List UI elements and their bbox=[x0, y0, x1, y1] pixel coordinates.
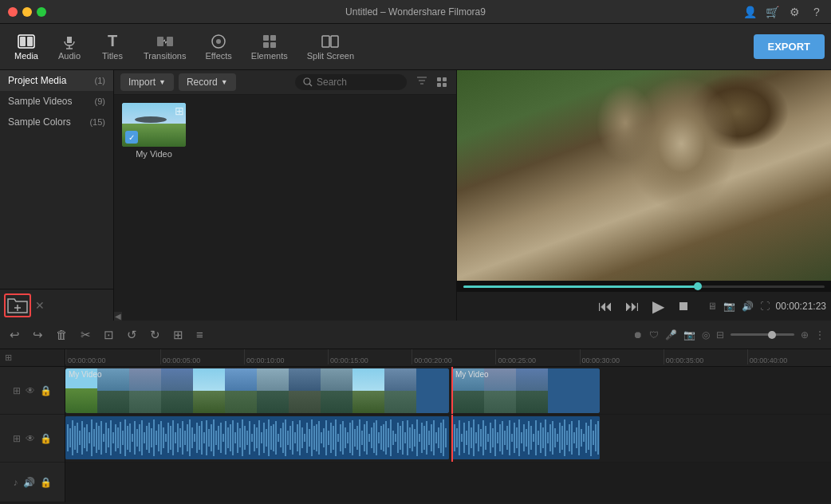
volume-icon[interactable]: 🔊 bbox=[742, 301, 754, 312]
snapshot-icon[interactable]: 📷 bbox=[723, 301, 735, 312]
svg-rect-23 bbox=[74, 426, 76, 450]
svg-rect-207 bbox=[518, 419, 520, 456]
filter-icon[interactable] bbox=[416, 75, 427, 89]
view-grid-icon[interactable] bbox=[437, 77, 450, 87]
audio-track-expand-icon[interactable]: ⊞ bbox=[13, 433, 21, 444]
media-item-myvideo[interactable]: ✓ ⊞ My Video bbox=[122, 103, 186, 159]
camera-icon[interactable]: 📷 bbox=[683, 329, 695, 341]
svg-rect-216 bbox=[540, 423, 542, 453]
svg-rect-113 bbox=[289, 426, 291, 450]
maximize-button[interactable] bbox=[37, 7, 46, 17]
video-track-expand-icon[interactable]: ⊞ bbox=[13, 385, 21, 396]
loop-button[interactable]: ↺ bbox=[124, 326, 140, 344]
toolbar-item-audio[interactable]: Audio bbox=[49, 30, 89, 64]
audio-waveform-2[interactable] bbox=[452, 416, 600, 459]
toolbar-item-transitions[interactable]: Transitions bbox=[136, 30, 194, 64]
crop-button[interactable]: ⊡ bbox=[100, 326, 117, 344]
svg-rect-135 bbox=[342, 421, 344, 455]
cart-icon[interactable]: 🛒 bbox=[766, 6, 778, 18]
step-back-button[interactable]: ⏭ bbox=[625, 298, 640, 315]
music-track-vol-icon[interactable]: 🔊 bbox=[23, 477, 35, 488]
progress-track[interactable] bbox=[463, 285, 825, 288]
collapse-handle[interactable]: ◀ bbox=[114, 312, 122, 321]
pip-icon[interactable]: ⊟ bbox=[716, 329, 724, 341]
stop-button[interactable]: ⏹ bbox=[677, 299, 690, 313]
svg-rect-110 bbox=[282, 423, 284, 453]
cut-button[interactable]: ✂ bbox=[77, 326, 94, 344]
import-button[interactable]: Import ▼ bbox=[120, 73, 174, 91]
close-button[interactable] bbox=[8, 7, 18, 17]
svg-rect-43 bbox=[122, 431, 124, 445]
video-track-lock-icon[interactable]: 🔒 bbox=[40, 385, 52, 396]
minimize-button[interactable] bbox=[22, 7, 32, 17]
sidebar-item-project-media[interactable]: Project Media (1) bbox=[0, 70, 113, 91]
insert-button[interactable]: ⊞ bbox=[170, 326, 187, 344]
shield-icon[interactable]: 🛡 bbox=[649, 329, 659, 341]
svg-rect-173 bbox=[433, 420, 435, 455]
svg-rect-42 bbox=[120, 422, 121, 454]
sidebar-item-sample-videos[interactable]: Sample Videos (9) bbox=[0, 91, 113, 112]
video-track-eye-icon[interactable]: 👁 bbox=[26, 385, 35, 396]
elements-label: Elements bbox=[251, 51, 288, 61]
svg-rect-125 bbox=[318, 421, 320, 455]
add-track-icon[interactable]: ⊞ bbox=[5, 352, 12, 363]
svg-rect-206 bbox=[516, 427, 518, 448]
add-to-timeline-icon[interactable] bbox=[6, 296, 29, 315]
media-grid: ✓ ⊞ My Video bbox=[114, 95, 456, 312]
toolbar-right: ⏺ 🛡 🎤 📷 ◎ ⊟ ⊕ ⋮ bbox=[633, 329, 825, 341]
left-panel: Project Media (1) Sample Videos (9) Samp… bbox=[0, 70, 114, 321]
svg-rect-46 bbox=[129, 423, 131, 452]
delete-button[interactable]: 🗑 bbox=[53, 326, 71, 343]
user-icon[interactable]: 👤 bbox=[743, 6, 756, 18]
record-button[interactable]: Record ▼ bbox=[179, 73, 236, 91]
toolbar-item-media[interactable]: Media bbox=[6, 30, 46, 64]
audio-track-lock-icon[interactable]: 🔒 bbox=[40, 433, 52, 444]
playhead[interactable] bbox=[451, 367, 453, 414]
ruler-spacer: ⊞ bbox=[0, 349, 65, 367]
audio-waveform-1[interactable] bbox=[65, 416, 449, 459]
progress-thumb[interactable] bbox=[694, 282, 702, 290]
mic-icon[interactable]: 🎤 bbox=[665, 329, 677, 341]
svg-rect-71 bbox=[189, 419, 191, 456]
sticker-icon[interactable]: ◎ bbox=[702, 329, 710, 341]
timeline-ruler: 00:00:00:00 00:00:05:00 00:00:10:00 00:0… bbox=[65, 349, 831, 367]
toolbar-item-effects[interactable]: Effects bbox=[197, 30, 239, 64]
svg-rect-182 bbox=[459, 420, 460, 455]
svg-rect-65 bbox=[175, 432, 176, 443]
search-bar[interactable] bbox=[295, 74, 407, 90]
rotate-button[interactable]: ↻ bbox=[147, 326, 163, 344]
sidebar-item-sample-colors[interactable]: Sample Colors (15) bbox=[0, 112, 113, 132]
fit-icon[interactable]: ⊕ bbox=[801, 329, 809, 341]
toolbar-item-elements[interactable]: Elements bbox=[243, 30, 296, 64]
rewind-button[interactable]: ⏮ bbox=[598, 298, 612, 315]
svg-rect-66 bbox=[177, 423, 179, 452]
settings-icon[interactable]: ⚙ bbox=[788, 6, 801, 18]
delete-media-icon[interactable]: ✕ bbox=[35, 299, 45, 312]
zoom-slider[interactable] bbox=[731, 333, 794, 336]
toolbar-item-titles[interactable]: T Titles bbox=[93, 30, 132, 64]
music-track-lock-icon[interactable]: 🔒 bbox=[40, 477, 52, 488]
audio-track-eye-icon[interactable]: 👁 bbox=[26, 433, 35, 444]
svg-rect-151 bbox=[380, 426, 382, 450]
undo-button[interactable]: ↩ bbox=[6, 326, 23, 344]
video-clip-2[interactable]: My Video bbox=[452, 368, 600, 413]
help-icon[interactable]: ? bbox=[810, 6, 823, 18]
play-button[interactable]: ▶ bbox=[652, 297, 664, 316]
preview-progress-bar[interactable] bbox=[457, 281, 831, 292]
export-button[interactable]: EXPORT bbox=[754, 34, 825, 59]
monitor-icon[interactable]: 🖥 bbox=[707, 301, 717, 312]
svg-rect-193 bbox=[485, 426, 486, 450]
svg-rect-225 bbox=[561, 426, 563, 450]
adjust-button[interactable]: ≡ bbox=[193, 326, 207, 343]
toolbar-item-splitscreen[interactable]: Split Screen bbox=[299, 30, 362, 64]
redo-button[interactable]: ↪ bbox=[30, 326, 46, 344]
svg-rect-236 bbox=[588, 426, 589, 450]
svg-rect-128 bbox=[325, 420, 327, 455]
fullscreen-icon[interactable]: ⛶ bbox=[760, 301, 770, 312]
video-clip-1[interactable]: My Video bbox=[65, 368, 449, 413]
more-icon[interactable]: ⋮ bbox=[815, 329, 825, 341]
audio-track-row bbox=[65, 415, 831, 463]
record-timeline-icon[interactable]: ⏺ bbox=[633, 329, 643, 341]
search-input[interactable] bbox=[317, 77, 388, 88]
svg-rect-162 bbox=[407, 420, 408, 455]
